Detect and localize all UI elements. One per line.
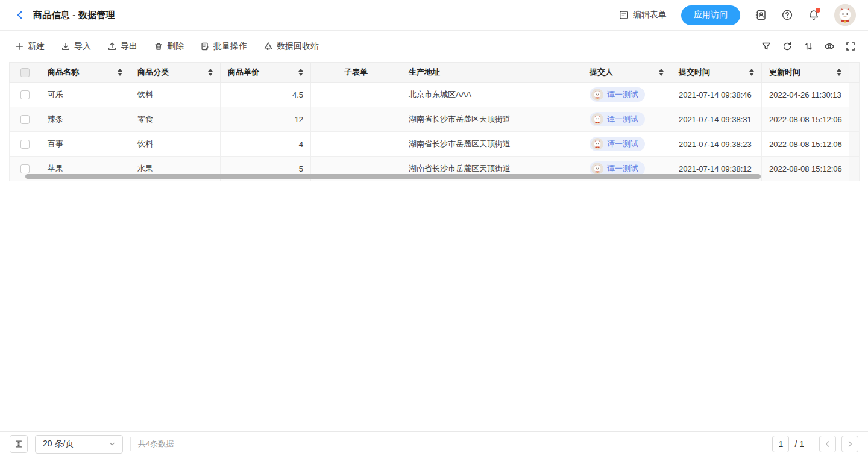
- row-height-icon: [14, 439, 24, 449]
- user-avatar[interactable]: [834, 4, 856, 26]
- row-checkbox[interactable]: [20, 115, 30, 124]
- table-row[interactable]: 百事饮料4湖南省长沙市岳麓区天顶街道谭一测试2021-07-14 09:38:2…: [10, 132, 860, 157]
- cell-update-time: 2022-08-08 15:12:06: [762, 107, 849, 132]
- cell-update-time: 2022-08-08 15:12:06: [762, 157, 849, 181]
- divider: [130, 437, 131, 451]
- sort-toggle-icon[interactable]: [208, 69, 213, 76]
- cell-production-address: 北京市东城区AAA: [401, 83, 582, 107]
- column-label: 更新时间: [769, 67, 800, 78]
- cell-submit-time: 2021-07-14 09:38:31: [671, 107, 762, 132]
- column-header[interactable]: 提交人: [582, 63, 671, 83]
- sort-toggle-icon[interactable]: [749, 69, 754, 76]
- sort-toggle-icon[interactable]: [659, 69, 664, 76]
- filler-column: [849, 63, 860, 83]
- page-size-value: 20 条/页: [43, 439, 74, 449]
- filler-cell: [849, 132, 860, 157]
- toolbar-right: [761, 41, 856, 52]
- import-button[interactable]: 导入: [61, 41, 91, 52]
- filter-icon[interactable]: [761, 41, 772, 52]
- notification-bell-icon[interactable]: [808, 9, 820, 21]
- batch-operations-button[interactable]: 批量操作: [200, 41, 247, 52]
- page-size-select[interactable]: 20 条/页: [35, 435, 123, 454]
- plus-icon: [14, 42, 24, 51]
- delete-label: 删除: [167, 41, 184, 52]
- footer-right: 1 / 1: [772, 436, 858, 452]
- page-total-label: / 1: [794, 439, 804, 449]
- fullscreen-icon[interactable]: [845, 41, 856, 52]
- column-label: 生产地址: [409, 67, 440, 78]
- submitter-badge[interactable]: 谭一测试: [590, 112, 645, 126]
- table-row[interactable]: 辣条零食12湖南省长沙市岳麓区天顶街道谭一测试2021-07-14 09:38:…: [10, 107, 860, 132]
- select-all-checkbox[interactable]: [20, 68, 30, 77]
- total-count-label: 共4条数据: [138, 439, 174, 449]
- sort-toggle-icon[interactable]: [118, 69, 122, 76]
- export-label: 导出: [121, 41, 137, 52]
- submitter-name: 谭一测试: [607, 139, 638, 149]
- row-select-cell: [10, 83, 40, 107]
- new-button[interactable]: 新建: [14, 41, 45, 52]
- column-header[interactable]: 商品单价: [221, 63, 311, 83]
- row-height-button[interactable]: [10, 435, 28, 453]
- footer-pagination-bar: 20 条/页 共4条数据 1 / 1: [0, 431, 868, 456]
- column-label: 商品分类: [137, 67, 169, 78]
- column-header[interactable]: 更新时间: [762, 63, 849, 83]
- cell-product-name: 可乐: [40, 83, 130, 107]
- batch-edit-icon: [200, 42, 210, 51]
- cell-product-name: 辣条: [40, 107, 130, 132]
- eye-icon[interactable]: [824, 41, 835, 52]
- footer-left: 20 条/页 共4条数据: [10, 435, 174, 454]
- row-checkbox[interactable]: [20, 90, 30, 99]
- sort-icon[interactable]: [803, 41, 814, 52]
- contacts-icon[interactable]: [755, 9, 767, 21]
- help-icon[interactable]: [781, 9, 793, 21]
- new-label: 新建: [28, 41, 45, 52]
- data-table: 商品名称商品分类商品单价子表单生产地址提交人提交时间更新时间 可乐饮料4.5北京…: [9, 62, 860, 181]
- cell-product-price: 12: [221, 107, 311, 132]
- cell-submitter: 谭一测试: [582, 132, 671, 157]
- chevron-left-icon: [823, 440, 832, 448]
- export-button[interactable]: 导出: [107, 41, 137, 52]
- prev-page-button[interactable]: [819, 436, 836, 452]
- column-header[interactable]: 提交时间: [671, 63, 762, 83]
- recycle-bin-button[interactable]: 数据回收站: [263, 41, 319, 52]
- cell-product-name: 百事: [40, 132, 130, 157]
- sort-toggle-icon[interactable]: [837, 69, 841, 76]
- form-icon: [618, 10, 629, 20]
- column-header: 生产地址: [401, 63, 582, 83]
- submitter-name: 谭一测试: [607, 89, 638, 100]
- toolbar: 新建 导入 导出 删除 批量操作 数据回收站: [0, 31, 868, 62]
- row-checkbox[interactable]: [20, 140, 30, 149]
- delete-button[interactable]: 删除: [154, 41, 184, 52]
- edit-form-button[interactable]: 编辑表单: [618, 10, 667, 20]
- column-label: 提交人: [590, 67, 613, 78]
- next-page-button[interactable]: [841, 436, 858, 452]
- import-label: 导入: [74, 41, 91, 52]
- submitter-badge[interactable]: 谭一测试: [590, 137, 645, 151]
- column-label: 商品名称: [48, 67, 79, 78]
- table-row[interactable]: 可乐饮料4.5北京市东城区AAA谭一测试2021-07-14 09:38:462…: [10, 83, 860, 107]
- column-header[interactable]: 商品名称: [40, 63, 130, 83]
- horizontal-scrollbar-thumb[interactable]: [25, 174, 761, 179]
- submitter-badge[interactable]: 谭一测试: [590, 87, 645, 102]
- topbar-right: 编辑表单 应用访问: [618, 4, 856, 26]
- submitter-avatar: [591, 113, 603, 125]
- recycle-icon: [263, 42, 273, 51]
- cell-update-time: 2022-08-08 15:12:06: [762, 132, 849, 157]
- column-header[interactable]: 商品分类: [130, 63, 221, 83]
- refresh-icon[interactable]: [782, 41, 793, 52]
- cell-submitter: 谭一测试: [582, 83, 671, 107]
- app-access-button[interactable]: 应用访问: [681, 5, 740, 25]
- notification-dot: [816, 8, 820, 13]
- export-icon: [107, 42, 117, 51]
- back-button[interactable]: [14, 10, 25, 20]
- cell-product-category: 零食: [130, 107, 221, 132]
- filler-cell: [849, 83, 860, 107]
- data-table-area: 商品名称商品分类商品单价子表单生产地址提交人提交时间更新时间 可乐饮料4.5北京…: [9, 62, 859, 181]
- row-checkbox[interactable]: [20, 164, 30, 173]
- batch-operations-label: 批量操作: [213, 41, 247, 52]
- submitter-badge[interactable]: 谭一测试: [590, 161, 645, 176]
- sort-toggle-icon[interactable]: [298, 69, 303, 76]
- submitter-name: 谭一测试: [607, 114, 638, 125]
- cell-submit-time: 2021-07-14 09:38:46: [671, 83, 762, 107]
- current-page-input[interactable]: 1: [772, 436, 789, 452]
